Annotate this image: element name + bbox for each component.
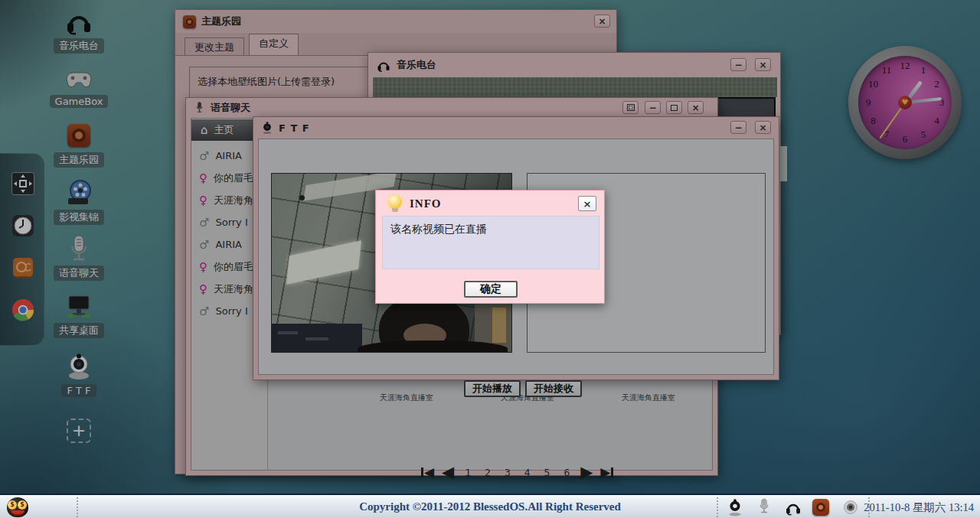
clock-numeral: 12 — [899, 60, 911, 72]
lightbulb-icon — [388, 195, 402, 209]
female-icon: ♀ — [199, 194, 207, 207]
minimize-button[interactable]: − — [730, 121, 746, 134]
microphone-icon — [64, 233, 94, 264]
male-icon: ♂ — [199, 238, 209, 252]
webcam-window-icon — [261, 121, 273, 135]
desktop-icon-add[interactable]: + — [44, 415, 113, 446]
minimize-button[interactable]: − — [645, 101, 661, 114]
taskbar-datetime[interactable]: 2011-10-8 星期六 13:14 — [864, 500, 974, 515]
next-page-button[interactable]: ▶ — [580, 464, 593, 481]
clock-numeral: 11 — [880, 64, 893, 77]
desktop-icon-label: 语音聊天 — [54, 266, 104, 281]
page-number[interactable]: 3 — [501, 467, 514, 478]
start-play-button[interactable]: 开始播放 — [464, 380, 521, 397]
tray-webcam-icon[interactable] — [726, 498, 744, 516]
room-caption: 天涯海角直播室 — [380, 393, 433, 403]
male-icon: ♂ — [199, 305, 209, 318]
page-number[interactable]: 5 — [541, 467, 554, 478]
dialog-close-button[interactable]: × — [578, 196, 596, 211]
weather-dock-icon[interactable] — [11, 256, 34, 279]
clock-dock-icon[interactable] — [11, 214, 34, 237]
dialog-title: INFO — [410, 197, 442, 210]
prev-page-button[interactable]: ◀ — [442, 464, 454, 481]
window-title: F T F — [279, 122, 310, 134]
tray-theme-park-icon[interactable] — [812, 499, 831, 517]
tab-change-theme[interactable]: 更改主题 — [185, 37, 244, 55]
clock-face: 12 1 2 3 4 5 6 7 8 9 10 11 ♥ — [858, 56, 952, 149]
film-reel-icon — [64, 178, 94, 208]
clock-numeral: 5 — [917, 129, 929, 141]
maximize-button[interactable] — [666, 101, 682, 114]
headphones-icon — [64, 6, 94, 37]
pagination: ◀ ◀ 1 2 3 4 5 6 ▶ ▶ — [421, 464, 613, 481]
tab-customize[interactable]: 自定义 — [249, 34, 299, 55]
headphones-window-icon — [376, 57, 391, 73]
desktop-icon-theme-park[interactable]: 主题乐园 — [44, 120, 113, 168]
home-icon: ⌂ — [201, 123, 208, 137]
theme-park-titlebar[interactable]: 主题乐园 — [175, 10, 616, 33]
clock-numeral: 8 — [867, 115, 879, 127]
close-button[interactable]: × — [688, 101, 704, 114]
widget-mover-icon[interactable] — [11, 172, 34, 195]
fullscreen-button[interactable] — [622, 101, 639, 114]
clock-numeral: 4 — [931, 115, 943, 127]
tray-headphones-icon[interactable] — [784, 498, 802, 516]
dialog-message-box: 该名称视频已在直播 — [382, 216, 599, 269]
minimize-button[interactable]: − — [730, 58, 746, 71]
desktop-icon-label: F T F — [61, 384, 96, 397]
taskbar-separator — [717, 497, 718, 517]
desktop-icon-label: 共享桌面 — [54, 323, 104, 338]
wallpaper-panel-hint: 选择本地壁纸图片(上传需登录) — [198, 75, 335, 89]
close-button[interactable]: × — [594, 15, 610, 28]
close-button[interactable]: × — [755, 121, 771, 134]
home-label: 主页 — [214, 123, 234, 137]
male-icon: ♂ — [199, 216, 209, 230]
page-number[interactable]: 4 — [521, 467, 534, 478]
desktop-icon-label: 影视集锦 — [54, 210, 104, 225]
desktop: 音乐电台 GameBox 主题乐园 影视集锦 语音聊天 共享桌面 F T F — [0, 0, 980, 518]
desktop-icon-label: 主题乐园 — [54, 152, 104, 168]
page-number[interactable]: 6 — [560, 467, 573, 478]
desktop-icon-gamebox[interactable]: GameBox — [44, 63, 113, 108]
microphone-window-icon — [194, 101, 205, 115]
start-receive-button[interactable]: 开始接收 — [525, 380, 582, 397]
chrome-dock-icon[interactable] — [11, 298, 34, 321]
desktop-icon-music-radio[interactable]: 音乐电台 — [44, 6, 113, 54]
gamepad-icon — [64, 63, 94, 93]
page-number[interactable]: 2 — [482, 467, 494, 478]
clock-numeral: 6 — [899, 133, 911, 145]
dialog-message: 该名称视频已在直播 — [390, 223, 487, 236]
female-icon: ♀ — [199, 282, 207, 296]
plus-icon: + — [67, 419, 91, 443]
taskbar: $$ Copyright ©2011-2012 BlessedOS.All Ri… — [0, 494, 980, 518]
page-number[interactable]: 1 — [462, 467, 474, 478]
female-icon: ♀ — [199, 171, 207, 185]
clock-numeral: 2 — [931, 78, 943, 90]
monitor-icon — [64, 291, 94, 321]
desktop-icon-video-collection[interactable]: 影视集锦 — [44, 178, 113, 225]
room-caption: 天涯海角直播室 — [622, 393, 675, 403]
window-title: 音乐电台 — [397, 58, 436, 72]
copyright-text: Copyright ©2011-2012 BlessedOS.All Right… — [0, 500, 980, 513]
ftf-titlebar[interactable]: F T F — [253, 117, 779, 138]
male-icon: ♂ — [199, 149, 209, 163]
webcam-icon — [64, 352, 94, 383]
first-page-button[interactable]: ◀ — [421, 466, 434, 479]
visualizer-strip — [373, 77, 777, 97]
tray-microphone-icon[interactable] — [755, 498, 773, 516]
desktop-icon-label: GameBox — [50, 95, 109, 108]
dialog-ok-button[interactable]: 确定 — [464, 281, 518, 298]
close-button[interactable]: × — [755, 58, 771, 71]
desktop-icon-voice-chat[interactable]: 语音聊天 — [44, 233, 113, 281]
last-page-button[interactable]: ▶ — [600, 466, 613, 479]
window-title: 主题乐园 — [201, 15, 241, 28]
info-dialog: INFO × 该名称视频已在直播 确定 — [375, 190, 605, 304]
window-title: 语音聊天 — [211, 101, 250, 115]
music-radio-titlebar[interactable]: 音乐电台 — [368, 53, 780, 77]
desktop-icon-shared-desktop[interactable]: 共享桌面 — [44, 291, 113, 338]
tray-speaker-icon[interactable] — [841, 498, 860, 516]
desktop-icon-label: 音乐电台 — [54, 38, 104, 54]
clock-numeral: 1 — [917, 64, 929, 77]
desktop-icon-ftf[interactable]: F T F — [44, 352, 113, 397]
clock-center-heart: ♥ — [898, 96, 912, 109]
